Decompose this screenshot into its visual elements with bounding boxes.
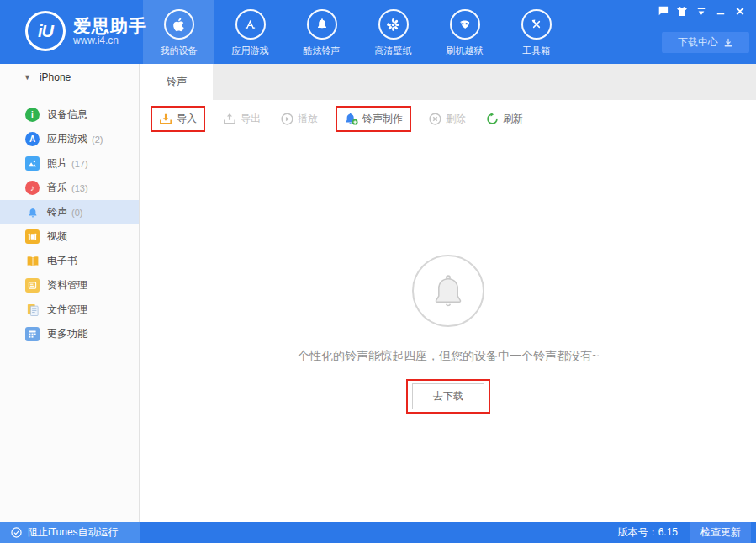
empty-message: 个性化的铃声能惊起四座，但您的设备中一个铃声都没有~ (140, 349, 756, 364)
app-logo: iU 爱思助手 www.i4.cn (25, 11, 147, 51)
sidebar-item-label: 音乐 (47, 181, 67, 195)
close-icon[interactable] (734, 6, 746, 16)
ringtone-toolbar: 导入 导出 播放 铃声制作 删除 刷新 (140, 100, 756, 137)
sidebar-item-label: 铃声 (47, 205, 67, 219)
sidebar-item-count: (17) (71, 159, 88, 169)
tab-bar: 铃声 (140, 64, 756, 100)
refresh-button[interactable]: 刷新 (484, 110, 526, 128)
app-header: iU 爱思助手 www.i4.cn 我的设备 应用游戏 酷炫铃声 (0, 0, 756, 64)
sidebar-item-count: (13) (71, 183, 88, 193)
sidebar-item-music[interactable]: ♪ 音乐 (13) (0, 176, 139, 200)
check-update-button[interactable]: 检查更新 (690, 522, 751, 543)
empty-state: 个性化的铃声能惊起四座，但您的设备中一个铃声都没有~ 去下载 (140, 255, 756, 414)
nav-label: 工具箱 (522, 45, 550, 57)
main-nav: 我的设备 应用游戏 酷炫铃声 高清壁纸 刷机越狱 (143, 0, 572, 64)
more-functions-grid-icon (25, 327, 40, 341)
sidebar-item-ringtones[interactable]: 铃声 (0) (0, 200, 139, 224)
device-info-icon: i (25, 108, 40, 122)
minimize-icon[interactable] (715, 6, 727, 16)
music-icon: ♪ (25, 181, 40, 195)
go-download-button[interactable]: 去下载 (412, 383, 484, 409)
nav-label: 应用游戏 (232, 45, 269, 57)
caret-down-icon: ▼ (24, 73, 31, 82)
sidebar-item-photos[interactable]: 照片 (17) (0, 151, 139, 176)
nav-label: 刷机越狱 (447, 45, 484, 57)
app-title: 爱思助手 (73, 16, 147, 35)
device-selector[interactable]: ▼ iPhone (0, 64, 139, 91)
sidebar-item-device-info[interactable]: i 设备信息 (0, 103, 139, 127)
status-bar: 阻止iTunes自动运行 版本号：6.15 检查更新 (0, 522, 756, 543)
sidebar-item-data-management[interactable]: 资料管理 (0, 273, 139, 298)
sidebar: ▼ iPhone i 设备信息 A 应用游戏 (2) 照片 (17) ♪ 音乐 … (0, 64, 140, 522)
feedback-icon[interactable] (657, 6, 669, 16)
sidebar-item-label: 资料管理 (47, 278, 87, 293)
ringtone-bell-icon (25, 205, 40, 219)
download-center-button[interactable]: 下载中心 (662, 32, 749, 53)
apps-games-icon: A (25, 132, 40, 146)
skin-icon[interactable] (676, 6, 688, 16)
import-button[interactable]: 导入 (156, 110, 199, 128)
menu-icon[interactable] (695, 6, 707, 16)
nav-cool-ringtones[interactable]: 酷炫铃声 (286, 0, 357, 64)
sidebar-item-label: 应用游戏 (47, 132, 87, 146)
delete-button[interactable]: 删除 (426, 110, 468, 128)
nav-hd-wallpapers[interactable]: 高清壁纸 (357, 0, 429, 64)
sidebar-item-apps-games[interactable]: A 应用游戏 (2) (0, 127, 139, 151)
ringtone-make-button[interactable]: 铃声制作 (341, 110, 405, 128)
apple-icon (164, 9, 194, 40)
annotation-box-ringtone-make: 铃声制作 (336, 106, 411, 132)
window-controls (657, 6, 746, 16)
sidebar-item-label: 更多功能 (47, 327, 87, 341)
app-url: www.i4.cn (73, 35, 147, 46)
jailbreak-mask-icon (450, 9, 480, 40)
check-circle-icon (11, 527, 22, 538)
tab-label: 铃声 (167, 75, 187, 89)
sidebar-item-label: 照片 (47, 156, 67, 171)
sidebar-item-more-functions[interactable]: 更多功能 (0, 322, 139, 346)
download-icon (723, 38, 733, 48)
file-manage-icon (25, 303, 40, 317)
sidebar-item-ebooks[interactable]: 电子书 (0, 249, 139, 273)
annotation-box-go-download: 去下载 (406, 379, 490, 414)
nav-toolbox[interactable]: 工具箱 (500, 0, 572, 64)
export-button[interactable]: 导出 (220, 110, 263, 128)
data-manage-icon (25, 278, 40, 293)
block-itunes-label: 阻止iTunes自动运行 (28, 525, 119, 540)
play-icon (281, 113, 293, 125)
i4-logo-icon: iU (25, 11, 66, 51)
ringtone-make-icon (344, 112, 358, 125)
play-button[interactable]: 播放 (278, 110, 320, 128)
sidebar-list: i 设备信息 A 应用游戏 (2) 照片 (17) ♪ 音乐 (13) 铃声 (0, 103, 139, 346)
empty-bell-icon (412, 255, 484, 327)
annotation-box-import: 导入 (151, 106, 205, 132)
sidebar-item-label: 视频 (47, 229, 67, 244)
version-label: 版本号：6.15 (618, 525, 678, 540)
nav-apps-games[interactable]: 应用游戏 (214, 0, 286, 64)
sidebar-item-videos[interactable]: 视频 (0, 224, 139, 249)
wallpaper-icon (378, 9, 409, 40)
appstore-icon (235, 9, 266, 40)
nav-flash-jailbreak[interactable]: 刷机越狱 (429, 0, 500, 64)
nav-label: 我的设备 (161, 45, 198, 57)
device-name: iPhone (40, 71, 71, 83)
nav-my-devices[interactable]: 我的设备 (143, 0, 214, 64)
sidebar-item-count: (2) (92, 134, 103, 145)
tab-ringtones[interactable]: 铃声 (140, 64, 213, 100)
sidebar-item-file-management[interactable]: 文件管理 (0, 298, 139, 322)
ebook-icon (25, 254, 40, 268)
sidebar-item-label: 电子书 (47, 254, 77, 268)
nav-label: 酷炫铃声 (304, 45, 341, 57)
video-icon (25, 229, 40, 244)
main-panel: 铃声 导入 导出 播放 铃声制作 删除 (140, 64, 756, 522)
photos-icon (25, 156, 40, 171)
block-itunes-toggle[interactable]: 阻止iTunes自动运行 (0, 522, 140, 543)
nav-label: 高清壁纸 (375, 45, 412, 57)
bell-icon (307, 9, 337, 40)
download-center-label: 下载中心 (678, 35, 718, 50)
refresh-icon (486, 113, 499, 125)
toolbox-icon (521, 9, 552, 40)
import-icon (159, 113, 172, 125)
export-icon (223, 113, 236, 125)
delete-icon (429, 113, 441, 125)
sidebar-item-label: 文件管理 (47, 303, 87, 317)
